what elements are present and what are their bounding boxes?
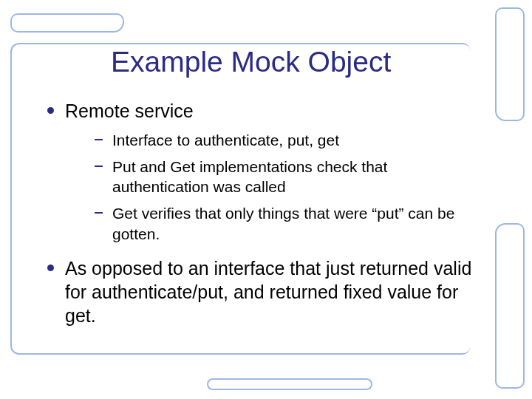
list-item-text: Remote service xyxy=(65,100,194,121)
frame-decoration xyxy=(495,223,525,389)
list-item-text: Put and Get implementations check that a… xyxy=(112,158,387,196)
bullet-list: Remote service Interface to authenticate… xyxy=(44,99,480,327)
list-item-text: Interface to authenticate, put, get xyxy=(112,132,339,149)
list-item: Interface to authenticate, put, get xyxy=(93,130,480,151)
frame-decoration xyxy=(495,7,525,121)
frame-decoration xyxy=(207,378,372,390)
list-item: As opposed to an interface that just ret… xyxy=(44,256,480,327)
list-item: Get verifies that only things that were … xyxy=(93,203,480,244)
list-item-text: As opposed to an interface that just ret… xyxy=(65,258,471,326)
sub-bullet-list: Interface to authenticate, put, get Put … xyxy=(93,130,480,245)
slide-content: Example Mock Object Remote service Inter… xyxy=(44,46,480,339)
list-item: Put and Get implementations check that a… xyxy=(93,157,480,197)
slide: Example Mock Object Remote service Inter… xyxy=(0,0,532,399)
slide-title: Example Mock Object xyxy=(111,46,480,78)
frame-decoration xyxy=(10,13,124,33)
list-item: Remote service Interface to authenticate… xyxy=(44,99,480,245)
list-item-text: Get verifies that only things that were … xyxy=(112,205,454,242)
